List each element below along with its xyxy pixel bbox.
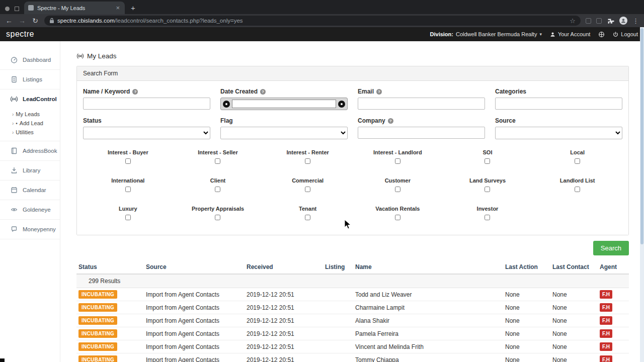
- sidebar-item-goldeneye[interactable]: Goldeneye: [0, 200, 60, 220]
- back-button[interactable]: ←: [5, 17, 13, 24]
- your-account-label: Your Account: [558, 31, 590, 37]
- help-icon[interactable]: ?: [376, 89, 382, 95]
- sidebar-item-calendar[interactable]: Calendar: [0, 180, 60, 200]
- filter-option-label: Local: [532, 149, 622, 155]
- lead-row[interactable]: INCUBATING Import from Agent Contacts 20…: [76, 340, 629, 353]
- browser-tab[interactable]: Spectre - My Leads ×: [24, 2, 125, 14]
- page-title: My Leads: [76, 52, 629, 60]
- scrollbar-thumb[interactable]: [640, 28, 643, 244]
- date-created-input[interactable]: [232, 100, 336, 108]
- filter-checkbox[interactable]: [305, 215, 310, 220]
- division-dropdown[interactable]: Division: Coldwell Banker Bermuda Realty…: [430, 31, 542, 37]
- column-header[interactable]: Last Action: [503, 260, 550, 274]
- column-header[interactable]: Agent: [598, 260, 629, 274]
- flag-select[interactable]: [220, 127, 348, 139]
- filter-checkbox[interactable]: [575, 158, 580, 164]
- sidebar-item-listings[interactable]: Listings: [0, 70, 60, 89]
- name-keyword-input[interactable]: [83, 98, 210, 110]
- filter-option-label: Commercial: [263, 177, 353, 184]
- url-field[interactable]: spectre.cbislands.com/leadcontrol/search…: [44, 16, 581, 26]
- forward-button[interactable]: →: [18, 17, 26, 24]
- your-account-button[interactable]: Your Account: [550, 31, 590, 37]
- extension-icon[interactable]: [586, 18, 591, 24]
- date-range-control: [220, 98, 348, 110]
- logout-button[interactable]: Logout: [613, 31, 638, 37]
- help-icon[interactable]: ?: [132, 89, 138, 95]
- search-button[interactable]: Search: [593, 241, 629, 255]
- sidebar-item-utilities[interactable]: › Utilities: [12, 128, 60, 137]
- filter-checkbox[interactable]: [395, 215, 400, 220]
- sidebar-sub-label: My Leads: [16, 111, 40, 117]
- filter-checkbox[interactable]: [215, 158, 220, 164]
- sidebar-item-leadcontrol[interactable]: LeadControl: [0, 89, 60, 109]
- search-form-title: Search Form: [77, 66, 628, 81]
- column-header[interactable]: Status: [76, 260, 144, 274]
- filter-option: Interest - Renter: [263, 149, 353, 165]
- date-from-button[interactable]: [223, 101, 230, 108]
- lead-row[interactable]: INCUBATING Import from Agent Contacts 20…: [76, 353, 629, 362]
- refresh-button[interactable]: ↻: [31, 17, 39, 24]
- page-scrollbar[interactable]: [640, 27, 644, 362]
- filter-checkbox[interactable]: [485, 187, 490, 192]
- sidebar-item-library[interactable]: Library: [0, 161, 60, 180]
- browser-menu-icon[interactable]: ⋮: [632, 17, 639, 25]
- globe-button[interactable]: [598, 31, 605, 38]
- filter-checkbox[interactable]: [395, 158, 400, 164]
- sidebar-item-my-leads[interactable]: › My Leads: [12, 110, 60, 119]
- extensions-puzzle-icon[interactable]: [607, 17, 614, 25]
- lead-last-contact: None: [550, 353, 598, 362]
- lead-row[interactable]: INCUBATING Import from Agent Contacts 20…: [76, 327, 629, 340]
- filter-checkbox[interactable]: [305, 187, 310, 192]
- column-header[interactable]: Last Contact: [550, 260, 598, 274]
- filter-option-label: Interest - Buyer: [83, 149, 173, 155]
- filter-option-label: Vacation Rentals: [353, 206, 443, 212]
- source-select[interactable]: [495, 127, 622, 139]
- filter-checkbox[interactable]: [125, 187, 131, 192]
- column-header[interactable]: Name: [353, 260, 503, 274]
- table-header-row: Status Source Received Listing Name Last…: [76, 260, 629, 274]
- help-icon[interactable]: ?: [388, 118, 393, 124]
- app-logo[interactable]: spectre: [6, 30, 34, 39]
- status-select[interactable]: [83, 127, 210, 139]
- sidebar-item-add-lead[interactable]: › • Add Lead: [12, 119, 60, 128]
- filter-checkbox[interactable]: [215, 215, 220, 220]
- new-tab-button[interactable]: +: [125, 4, 141, 14]
- sidebar-item-addressbook[interactable]: AddressBook: [0, 141, 60, 161]
- lead-last-contact: None: [550, 327, 598, 340]
- filter-option-label: Luxury: [83, 206, 173, 212]
- filter-checkbox[interactable]: [485, 158, 490, 164]
- bookmark-star-icon[interactable]: ☆: [570, 17, 576, 25]
- sidebar-item-dashboard[interactable]: Dashboard: [0, 50, 60, 70]
- lead-row[interactable]: INCUBATING Import from Agent Contacts 20…: [76, 301, 629, 314]
- profile-avatar[interactable]: [619, 17, 627, 25]
- filter-option-label: Interest - Landlord: [353, 149, 443, 155]
- filter-checkbox[interactable]: [485, 215, 490, 220]
- filter-checkbox[interactable]: [575, 187, 580, 192]
- column-header[interactable]: Source: [144, 260, 245, 274]
- sidebar-item-moneypenny[interactable]: Moneypenny: [0, 220, 60, 239]
- help-icon[interactable]: ?: [260, 89, 266, 95]
- lead-source: Import from Agent Contacts: [144, 314, 245, 327]
- extension-icon[interactable]: [596, 18, 602, 24]
- agent-badge: F.H: [600, 303, 612, 312]
- filter-checkbox[interactable]: [305, 158, 310, 164]
- categories-input[interactable]: [495, 98, 622, 110]
- company-input[interactable]: [358, 127, 485, 139]
- email-input[interactable]: [358, 98, 485, 110]
- column-header[interactable]: Listing: [323, 260, 353, 274]
- division-label: Division:: [430, 31, 453, 37]
- filter-checkbox[interactable]: [125, 215, 131, 220]
- lead-row[interactable]: INCUBATING Import from Agent Contacts 20…: [76, 288, 629, 301]
- chevron-right-icon: ›: [12, 130, 14, 135]
- window-controls[interactable]: [0, 7, 24, 14]
- filter-checkbox[interactable]: [395, 187, 400, 192]
- tab-close-icon[interactable]: ×: [115, 5, 121, 11]
- filter-checkbox[interactable]: [125, 158, 131, 164]
- agent-badge: F.H: [600, 342, 612, 351]
- filter-checkbox[interactable]: [215, 187, 220, 192]
- date-to-button[interactable]: [338, 101, 345, 108]
- lead-last-action: None: [503, 314, 550, 327]
- column-header[interactable]: Received: [245, 260, 323, 274]
- lead-row[interactable]: INCUBATING Import from Agent Contacts 20…: [76, 314, 629, 327]
- field-company: Company?: [358, 117, 485, 139]
